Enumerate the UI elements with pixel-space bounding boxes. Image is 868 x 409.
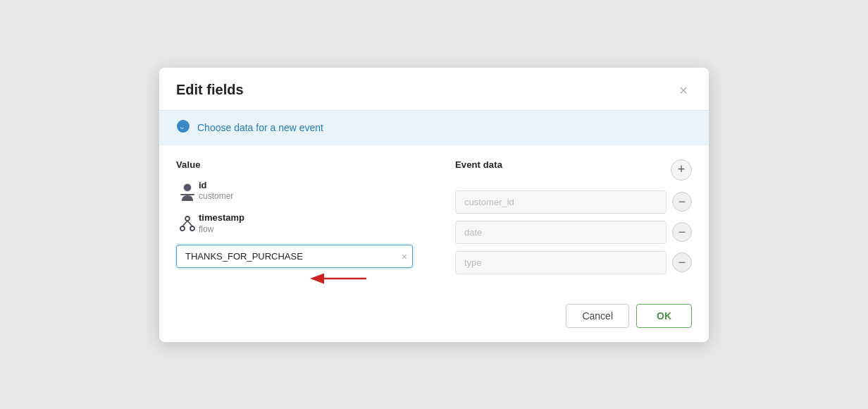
field-row-input: × xyxy=(176,245,413,268)
text-input-container: × xyxy=(176,245,413,268)
svg-point-5 xyxy=(190,226,194,231)
ok-button[interactable]: OK xyxy=(636,304,692,328)
remove-type-button[interactable]: − xyxy=(672,252,692,272)
svg-point-4 xyxy=(180,226,185,231)
left-rows: id customer xyxy=(176,180,413,279)
left-panel: Value id customer xyxy=(176,159,434,281)
svg-line-6 xyxy=(182,221,187,226)
right-panel: Event data + − − − xyxy=(434,159,692,281)
remove-date-button[interactable]: − xyxy=(672,222,692,242)
dialog-footer: Cancel OK xyxy=(159,295,709,342)
field-name-id: id xyxy=(199,180,413,192)
banner-text: Choose data for a new event xyxy=(197,122,323,133)
event-row-type: − xyxy=(455,251,692,274)
check-badge-icon xyxy=(176,119,190,137)
event-field-rows: − − − xyxy=(455,190,692,281)
svg-point-3 xyxy=(185,216,190,221)
date-input[interactable] xyxy=(455,221,666,244)
svg-point-1 xyxy=(184,184,191,191)
purchase-input[interactable] xyxy=(176,245,413,268)
cancel-button[interactable]: Cancel xyxy=(566,304,629,328)
event-row-date: − xyxy=(455,221,692,244)
type-input[interactable] xyxy=(455,251,666,274)
field-sub-id: customer xyxy=(199,191,413,202)
svg-line-7 xyxy=(187,221,192,226)
value-label: Value xyxy=(176,159,413,170)
person-icon xyxy=(176,180,199,202)
field-row-timestamp: timestamp flow xyxy=(176,212,413,235)
remove-customer-id-button[interactable]: − xyxy=(672,192,692,212)
field-info-id: id customer xyxy=(199,180,413,202)
field-sub-timestamp: flow xyxy=(199,224,413,236)
field-row-id: id customer xyxy=(176,180,413,202)
event-data-header: Event data + xyxy=(455,159,692,181)
info-banner: Choose data for a new event xyxy=(159,111,709,145)
event-row-customer-id: − xyxy=(455,190,692,214)
red-arrow-annotation xyxy=(303,264,373,293)
field-info-timestamp: timestamp flow xyxy=(199,212,413,235)
close-button[interactable]: × xyxy=(675,82,692,99)
svg-rect-2 xyxy=(180,194,194,195)
field-name-timestamp: timestamp xyxy=(199,212,413,224)
dialog-header: Edit fields × xyxy=(159,68,709,111)
clear-input-button[interactable]: × xyxy=(402,252,407,262)
flow-icon xyxy=(176,212,199,235)
edit-fields-dialog: Edit fields × Choose data for a new even… xyxy=(159,68,709,342)
dialog-body: Value id customer xyxy=(159,145,709,295)
event-data-label: Event data xyxy=(455,159,502,170)
customer-id-input[interactable] xyxy=(455,190,666,214)
dialog-title: Edit fields xyxy=(176,82,244,98)
add-field-button[interactable]: + xyxy=(671,159,692,181)
